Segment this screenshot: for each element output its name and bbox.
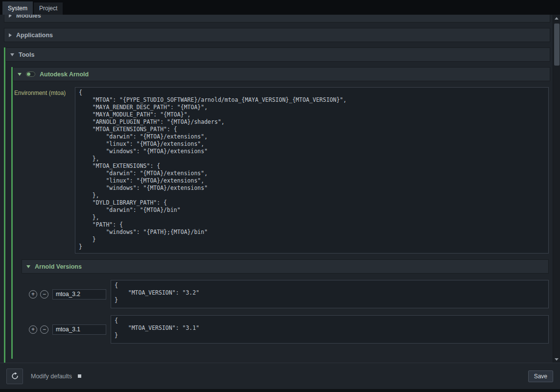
- section-arnold-versions-label: Arnold Versions: [35, 263, 82, 270]
- scroll-down-button[interactable]: [553, 356, 560, 363]
- scrollbar-track[interactable]: [553, 22, 560, 356]
- settings-scroll-area: Modules Applications Tools Autodesk Arno…: [0, 15, 553, 363]
- arnold-enabled-toggle[interactable]: [26, 71, 35, 77]
- section-arnold-versions: Arnold Versions + − { "MTOA_VERSION": "3…: [22, 259, 549, 352]
- version-value-textarea[interactable]: { "MTOA_VERSION": "3.2" }: [111, 280, 549, 308]
- environment-row: Environment (mtoa) { "MTOA": "{PYPE_STUD…: [14, 87, 549, 254]
- section-applications-header[interactable]: Applications: [4, 28, 550, 42]
- section-autodesk-arnold: Autodesk Arnold Environment (mtoa) { "MT…: [11, 67, 550, 359]
- section-modules-label: Modules: [16, 15, 41, 19]
- modify-defaults-checkbox[interactable]: [78, 374, 81, 378]
- section-tools-label: Tools: [19, 51, 34, 58]
- section-autodesk-arnold-label: Autodesk Arnold: [40, 71, 89, 78]
- chevron-down-icon: [26, 265, 30, 268]
- environment-mtoa-textarea[interactable]: { "MTOA": "{PYPE_STUDIO_SOFTWARE}/arnold…: [75, 87, 549, 254]
- refresh-button[interactable]: [6, 369, 23, 384]
- version-key-input[interactable]: [52, 289, 106, 300]
- chevron-down-icon: [18, 73, 22, 76]
- add-version-button[interactable]: +: [29, 290, 37, 299]
- settings-panel: Modules Applications Tools Autodesk Arno…: [0, 15, 560, 363]
- chevron-right-icon: [9, 15, 12, 18]
- scroll-up-icon: [555, 17, 559, 20]
- section-arnold-versions-header[interactable]: Arnold Versions: [22, 259, 549, 274]
- chevron-down-icon: [10, 53, 14, 56]
- refresh-icon: [11, 372, 19, 380]
- version-key-input[interactable]: [52, 324, 106, 335]
- version-value-textarea[interactable]: { "MTOA_VERSION": "3.1" }: [111, 315, 549, 344]
- section-applications-label: Applications: [16, 32, 53, 39]
- scrollbar-thumb[interactable]: [554, 23, 560, 66]
- arnold-versions-body: + − { "MTOA_VERSION": "3.2" } + −: [22, 274, 549, 352]
- modify-defaults-label: Modify defaults: [31, 373, 72, 380]
- scroll-down-icon: [555, 358, 559, 361]
- top-tab-bar: System Project: [0, 0, 560, 15]
- remove-version-button[interactable]: −: [40, 325, 48, 334]
- save-button[interactable]: Save: [528, 370, 553, 382]
- section-tools-body: Autodesk Arnold Environment (mtoa) { "MT…: [5, 62, 550, 363]
- section-applications: Applications: [4, 28, 550, 42]
- footer-bar: Modify defaults Save: [0, 363, 560, 389]
- section-tools-header[interactable]: Tools: [5, 47, 550, 62]
- vertical-scrollbar[interactable]: [553, 15, 560, 363]
- section-autodesk-arnold-header[interactable]: Autodesk Arnold: [13, 67, 550, 81]
- section-modules: Modules: [4, 15, 550, 23]
- section-autodesk-arnold-body: Environment (mtoa) { "MTOA": "{PYPE_STUD…: [13, 81, 550, 359]
- chevron-right-icon: [9, 33, 12, 37]
- section-tools: Tools Autodesk Arnold Environment (mtoa)…: [4, 47, 550, 363]
- scroll-up-button[interactable]: [553, 15, 560, 22]
- environment-mtoa-label: Environment (mtoa): [14, 87, 75, 96]
- remove-version-button[interactable]: −: [40, 290, 48, 299]
- version-row-mtoa-3-2: + − { "MTOA_VERSION": "3.2" }: [29, 280, 549, 308]
- tab-project[interactable]: Project: [34, 2, 63, 15]
- section-modules-header[interactable]: Modules: [4, 15, 550, 23]
- tab-system[interactable]: System: [2, 1, 33, 15]
- version-row-mtoa-3-1: + − { "MTOA_VERSION": "3.1" }: [29, 315, 549, 344]
- add-version-button[interactable]: +: [29, 325, 37, 334]
